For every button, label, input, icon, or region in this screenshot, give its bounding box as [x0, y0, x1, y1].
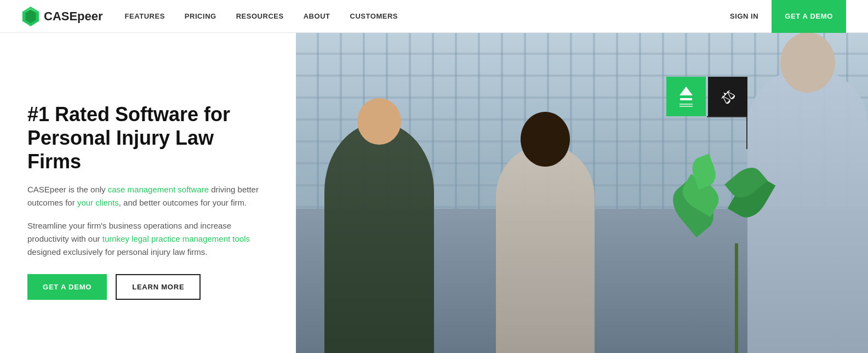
- nav-about[interactable]: ABOUT: [304, 12, 330, 20]
- navbar: CASEpeer FEATURES PRICING RESOURCES ABOU…: [0, 0, 868, 33]
- logo[interactable]: CASEpeer: [22, 7, 103, 26]
- hero-desc1-part1: CASEpeer is the only: [27, 185, 108, 194]
- hero-section: #1 Rated Software for Personal Injury La…: [0, 33, 868, 353]
- upload-base-icon: [680, 98, 692, 100]
- gavel-icon-box: ⚖: [708, 77, 747, 116]
- sign-in-link[interactable]: SIGN IN: [730, 12, 758, 20]
- person-left-body: [324, 123, 434, 353]
- person-mid-body: [496, 145, 595, 353]
- hero-buttons: GET A DEMO LEARN MORE: [27, 274, 269, 300]
- get-demo-button-hero[interactable]: GET A DEMO: [27, 274, 107, 300]
- gavel-icon: ⚖: [716, 85, 739, 107]
- nav-pricing[interactable]: PRICING: [185, 12, 216, 20]
- hero-desc1: CASEpeer is the only case management sof…: [27, 183, 269, 209]
- hero-desc2-part2: designed exclusively for personal injury…: [27, 247, 207, 257]
- hero-left: #1 Rated Software for Personal Injury La…: [0, 33, 296, 353]
- learn-more-button[interactable]: LEARN MORE: [116, 274, 201, 300]
- hero-desc2: Streamline your firm's business operatio…: [27, 219, 269, 259]
- navbar-right: SIGN IN GET A DEMO: [730, 0, 846, 33]
- nav-features[interactable]: FEATURES: [125, 12, 165, 20]
- navbar-left: CASEpeer FEATURES PRICING RESOURCES ABOU…: [22, 7, 398, 26]
- nav-customers[interactable]: CUSTOMERS: [350, 12, 398, 20]
- plant-leaves: [704, 161, 769, 271]
- upload-line-1: [679, 104, 693, 105]
- connector-horizontal: [707, 116, 747, 117]
- person-right-head: [780, 33, 835, 93]
- hero-right: ⚖: [296, 33, 868, 353]
- logo-text: CASEpeer: [44, 9, 103, 24]
- get-demo-button-nav[interactable]: GET A DEMO: [772, 0, 846, 33]
- hero-photo-background: ⚖: [296, 33, 868, 353]
- person-left-head: [357, 98, 401, 145]
- nav-resources[interactable]: RESOURCES: [236, 12, 284, 20]
- hero-desc1-part3: , and better outcomes for your firm.: [119, 198, 247, 207]
- decorative-plant: [715, 161, 758, 353]
- upload-icon-box: [666, 77, 706, 116]
- person-mid-head: [521, 112, 570, 167]
- connector-vertical: [746, 116, 747, 149]
- upload-arrow-icon: [679, 87, 693, 95]
- nav-links: FEATURES PRICING RESOURCES ABOUT CUSTOME…: [125, 12, 398, 20]
- hero-title: #1 Rated Software for Personal Injury La…: [27, 103, 269, 174]
- hero-desc1-link2[interactable]: your clients: [77, 198, 119, 207]
- ui-overlay-icons: ⚖: [666, 77, 747, 116]
- upload-line-2: [679, 106, 693, 107]
- logo-icon: [22, 7, 39, 26]
- hero-desc1-link1[interactable]: case management software: [108, 185, 209, 194]
- hero-desc2-link1[interactable]: turnkey legal practice management tools: [102, 234, 250, 243]
- upload-lines-icon: [679, 104, 693, 107]
